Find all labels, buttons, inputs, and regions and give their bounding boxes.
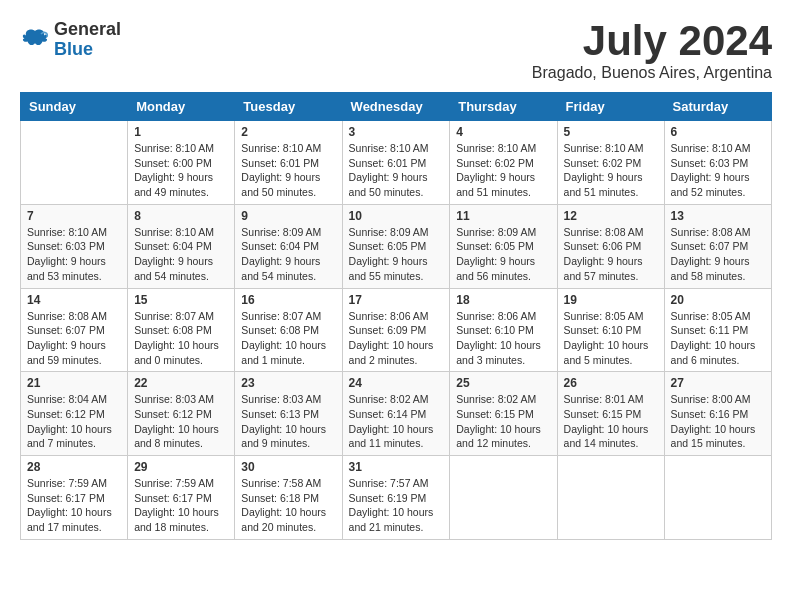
- calendar-cell: 10Sunrise: 8:09 AMSunset: 6:05 PMDayligh…: [342, 204, 450, 288]
- calendar-cell: 6Sunrise: 8:10 AMSunset: 6:03 PMDaylight…: [664, 121, 771, 205]
- day-number: 25: [456, 376, 550, 390]
- calendar-cell: 16Sunrise: 8:07 AMSunset: 6:08 PMDayligh…: [235, 288, 342, 372]
- day-number: 5: [564, 125, 658, 139]
- day-info: Sunrise: 8:03 AMSunset: 6:12 PMDaylight:…: [134, 392, 228, 451]
- col-thursday: Thursday: [450, 93, 557, 121]
- calendar-cell: 17Sunrise: 8:06 AMSunset: 6:09 PMDayligh…: [342, 288, 450, 372]
- calendar-cell: 1Sunrise: 8:10 AMSunset: 6:00 PMDaylight…: [128, 121, 235, 205]
- day-info: Sunrise: 8:02 AMSunset: 6:15 PMDaylight:…: [456, 392, 550, 451]
- day-info: Sunrise: 8:04 AMSunset: 6:12 PMDaylight:…: [27, 392, 121, 451]
- day-number: 4: [456, 125, 550, 139]
- calendar-cell: 2Sunrise: 8:10 AMSunset: 6:01 PMDaylight…: [235, 121, 342, 205]
- day-info: Sunrise: 7:57 AMSunset: 6:19 PMDaylight:…: [349, 476, 444, 535]
- day-info: Sunrise: 8:10 AMSunset: 6:04 PMDaylight:…: [134, 225, 228, 284]
- location-subtitle: Bragado, Buenos Aires, Argentina: [532, 64, 772, 82]
- day-info: Sunrise: 8:05 AMSunset: 6:11 PMDaylight:…: [671, 309, 765, 368]
- page-header: General Blue July 2024 Bragado, Buenos A…: [20, 20, 772, 82]
- logo-bird-icon: [20, 25, 50, 55]
- day-info: Sunrise: 8:09 AMSunset: 6:04 PMDaylight:…: [241, 225, 335, 284]
- calendar-cell: [21, 121, 128, 205]
- day-number: 12: [564, 209, 658, 223]
- day-info: Sunrise: 8:09 AMSunset: 6:05 PMDaylight:…: [456, 225, 550, 284]
- day-info: Sunrise: 8:10 AMSunset: 6:02 PMDaylight:…: [564, 141, 658, 200]
- calendar-week-5: 28Sunrise: 7:59 AMSunset: 6:17 PMDayligh…: [21, 456, 772, 540]
- day-number: 30: [241, 460, 335, 474]
- day-info: Sunrise: 8:10 AMSunset: 6:00 PMDaylight:…: [134, 141, 228, 200]
- day-info: Sunrise: 8:10 AMSunset: 6:03 PMDaylight:…: [671, 141, 765, 200]
- day-number: 29: [134, 460, 228, 474]
- calendar-cell: 5Sunrise: 8:10 AMSunset: 6:02 PMDaylight…: [557, 121, 664, 205]
- day-number: 23: [241, 376, 335, 390]
- calendar-cell: 22Sunrise: 8:03 AMSunset: 6:12 PMDayligh…: [128, 372, 235, 456]
- calendar-cell: 23Sunrise: 8:03 AMSunset: 6:13 PMDayligh…: [235, 372, 342, 456]
- logo-general-text: General: [54, 20, 121, 40]
- calendar-week-1: 1Sunrise: 8:10 AMSunset: 6:00 PMDaylight…: [21, 121, 772, 205]
- calendar-cell: 25Sunrise: 8:02 AMSunset: 6:15 PMDayligh…: [450, 372, 557, 456]
- calendar-header-row: Sunday Monday Tuesday Wednesday Thursday…: [21, 93, 772, 121]
- day-info: Sunrise: 8:09 AMSunset: 6:05 PMDaylight:…: [349, 225, 444, 284]
- day-info: Sunrise: 8:10 AMSunset: 6:01 PMDaylight:…: [241, 141, 335, 200]
- calendar-cell: 20Sunrise: 8:05 AMSunset: 6:11 PMDayligh…: [664, 288, 771, 372]
- day-info: Sunrise: 8:08 AMSunset: 6:07 PMDaylight:…: [27, 309, 121, 368]
- day-number: 9: [241, 209, 335, 223]
- calendar-cell: 24Sunrise: 8:02 AMSunset: 6:14 PMDayligh…: [342, 372, 450, 456]
- day-number: 18: [456, 293, 550, 307]
- day-number: 27: [671, 376, 765, 390]
- day-number: 7: [27, 209, 121, 223]
- logo: General Blue: [20, 20, 121, 60]
- day-info: Sunrise: 8:10 AMSunset: 6:01 PMDaylight:…: [349, 141, 444, 200]
- calendar-cell: 28Sunrise: 7:59 AMSunset: 6:17 PMDayligh…: [21, 456, 128, 540]
- title-area: July 2024 Bragado, Buenos Aires, Argenti…: [532, 20, 772, 82]
- calendar-cell: 31Sunrise: 7:57 AMSunset: 6:19 PMDayligh…: [342, 456, 450, 540]
- logo-blue-text: Blue: [54, 40, 121, 60]
- day-info: Sunrise: 8:08 AMSunset: 6:06 PMDaylight:…: [564, 225, 658, 284]
- calendar-week-4: 21Sunrise: 8:04 AMSunset: 6:12 PMDayligh…: [21, 372, 772, 456]
- month-title: July 2024: [532, 20, 772, 62]
- day-number: 24: [349, 376, 444, 390]
- day-number: 17: [349, 293, 444, 307]
- col-sunday: Sunday: [21, 93, 128, 121]
- calendar-cell: 29Sunrise: 7:59 AMSunset: 6:17 PMDayligh…: [128, 456, 235, 540]
- day-number: 10: [349, 209, 444, 223]
- day-number: 28: [27, 460, 121, 474]
- day-info: Sunrise: 8:00 AMSunset: 6:16 PMDaylight:…: [671, 392, 765, 451]
- col-saturday: Saturday: [664, 93, 771, 121]
- day-info: Sunrise: 8:07 AMSunset: 6:08 PMDaylight:…: [134, 309, 228, 368]
- calendar-cell: [450, 456, 557, 540]
- calendar-cell: 3Sunrise: 8:10 AMSunset: 6:01 PMDaylight…: [342, 121, 450, 205]
- day-number: 11: [456, 209, 550, 223]
- day-info: Sunrise: 8:08 AMSunset: 6:07 PMDaylight:…: [671, 225, 765, 284]
- day-info: Sunrise: 8:05 AMSunset: 6:10 PMDaylight:…: [564, 309, 658, 368]
- day-number: 26: [564, 376, 658, 390]
- col-wednesday: Wednesday: [342, 93, 450, 121]
- calendar-cell: 26Sunrise: 8:01 AMSunset: 6:15 PMDayligh…: [557, 372, 664, 456]
- calendar-cell: 27Sunrise: 8:00 AMSunset: 6:16 PMDayligh…: [664, 372, 771, 456]
- calendar-cell: 13Sunrise: 8:08 AMSunset: 6:07 PMDayligh…: [664, 204, 771, 288]
- calendar-week-2: 7Sunrise: 8:10 AMSunset: 6:03 PMDaylight…: [21, 204, 772, 288]
- calendar-cell: [557, 456, 664, 540]
- calendar-week-3: 14Sunrise: 8:08 AMSunset: 6:07 PMDayligh…: [21, 288, 772, 372]
- calendar-cell: 30Sunrise: 7:58 AMSunset: 6:18 PMDayligh…: [235, 456, 342, 540]
- day-number: 13: [671, 209, 765, 223]
- day-info: Sunrise: 7:58 AMSunset: 6:18 PMDaylight:…: [241, 476, 335, 535]
- day-number: 19: [564, 293, 658, 307]
- calendar-cell: 18Sunrise: 8:06 AMSunset: 6:10 PMDayligh…: [450, 288, 557, 372]
- day-number: 6: [671, 125, 765, 139]
- day-number: 2: [241, 125, 335, 139]
- calendar-cell: 7Sunrise: 8:10 AMSunset: 6:03 PMDaylight…: [21, 204, 128, 288]
- calendar-cell: 8Sunrise: 8:10 AMSunset: 6:04 PMDaylight…: [128, 204, 235, 288]
- day-info: Sunrise: 8:02 AMSunset: 6:14 PMDaylight:…: [349, 392, 444, 451]
- day-info: Sunrise: 8:07 AMSunset: 6:08 PMDaylight:…: [241, 309, 335, 368]
- calendar-cell: [664, 456, 771, 540]
- day-number: 3: [349, 125, 444, 139]
- day-number: 21: [27, 376, 121, 390]
- day-info: Sunrise: 8:01 AMSunset: 6:15 PMDaylight:…: [564, 392, 658, 451]
- day-info: Sunrise: 7:59 AMSunset: 6:17 PMDaylight:…: [134, 476, 228, 535]
- day-info: Sunrise: 8:06 AMSunset: 6:09 PMDaylight:…: [349, 309, 444, 368]
- calendar-cell: 4Sunrise: 8:10 AMSunset: 6:02 PMDaylight…: [450, 121, 557, 205]
- calendar-cell: 14Sunrise: 8:08 AMSunset: 6:07 PMDayligh…: [21, 288, 128, 372]
- col-friday: Friday: [557, 93, 664, 121]
- calendar-cell: 21Sunrise: 8:04 AMSunset: 6:12 PMDayligh…: [21, 372, 128, 456]
- calendar-cell: 15Sunrise: 8:07 AMSunset: 6:08 PMDayligh…: [128, 288, 235, 372]
- calendar-cell: 11Sunrise: 8:09 AMSunset: 6:05 PMDayligh…: [450, 204, 557, 288]
